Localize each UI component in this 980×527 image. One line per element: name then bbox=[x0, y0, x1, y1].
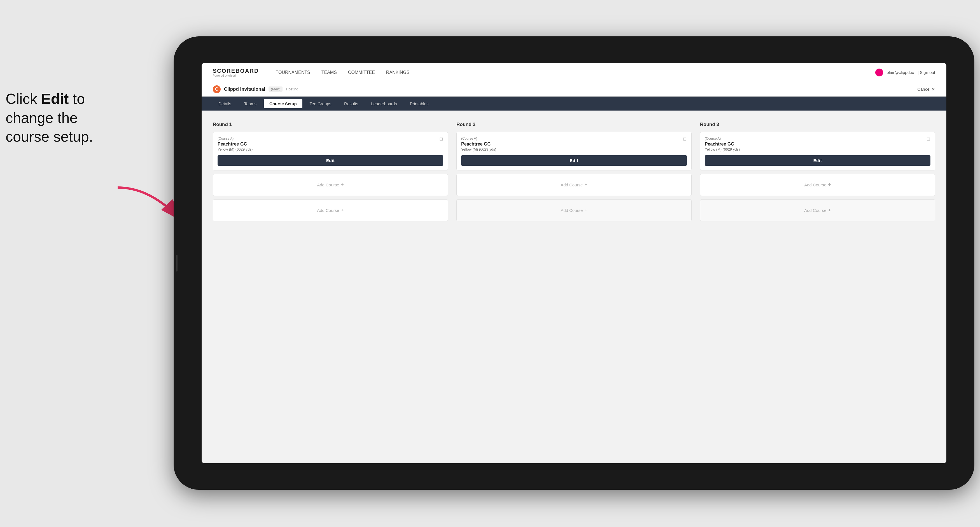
round-1-add-plus-1: + bbox=[341, 182, 344, 188]
instruction-line1: Click Edit tochange thecourse setup. bbox=[6, 90, 93, 145]
nav-committee[interactable]: COMMITTEE bbox=[348, 70, 375, 75]
round-3-title: Round 3 bbox=[700, 122, 935, 127]
round-3-add-course-2: Add Course + bbox=[700, 199, 935, 221]
tab-leaderboards[interactable]: Leaderboards bbox=[365, 99, 402, 108]
nav-rankings[interactable]: RANKINGS bbox=[386, 70, 410, 75]
nav-tournaments[interactable]: TOURNAMENTS bbox=[275, 70, 310, 75]
round-3-add-plus-2: + bbox=[828, 207, 831, 213]
round-1-edit-button[interactable]: Edit bbox=[218, 156, 443, 166]
round-1-delete-icon[interactable]: ⊡ bbox=[438, 135, 444, 142]
round-3-course-card: ⊡ (Course A) Peachtree GC Yellow (M) (66… bbox=[700, 132, 935, 170]
brand-name: SCOREBOARD bbox=[213, 68, 259, 74]
hosting-label: Hosting bbox=[286, 87, 298, 91]
round-2-delete-icon[interactable]: ⊡ bbox=[681, 135, 688, 142]
brand-powered: Powered by clippd bbox=[213, 74, 259, 77]
round-2-add-label-2: Add Course bbox=[560, 208, 583, 213]
round-2-title: Round 2 bbox=[457, 122, 692, 127]
round-2-course-label: (Course A) bbox=[461, 137, 687, 141]
instruction-bold: Edit bbox=[41, 90, 68, 107]
round-3-course-details: Yellow (M) (6629 yds) bbox=[705, 147, 931, 151]
round-3-column: Round 3 ⊡ (Course A) Peachtree GC Yellow… bbox=[700, 122, 935, 225]
instruction-text: Click Edit tochange thecourse setup. bbox=[6, 90, 112, 146]
round-2-add-course-2: Add Course + bbox=[457, 199, 692, 221]
round-3-add-label-2: Add Course bbox=[804, 208, 826, 213]
brand-logo: SCOREBOARD Powered by clippd bbox=[213, 68, 259, 77]
tab-results[interactable]: Results bbox=[339, 99, 364, 108]
round-3-edit-button[interactable]: Edit bbox=[705, 156, 931, 166]
round-3-add-course-1[interactable]: Add Course + bbox=[700, 174, 935, 196]
round-3-delete-icon[interactable]: ⊡ bbox=[925, 135, 932, 142]
sub-header: C Clippd Invitational (Men) Hosting Canc… bbox=[202, 82, 947, 97]
round-3-add-label-1: Add Course bbox=[804, 183, 826, 187]
top-navigation: SCOREBOARD Powered by clippd TOURNAMENTS… bbox=[202, 63, 947, 82]
nav-teams[interactable]: TEAMS bbox=[321, 70, 337, 75]
main-content: Round 1 ⊡ (Course A) Peachtree GC Yellow… bbox=[202, 111, 947, 463]
tab-printables[interactable]: Printables bbox=[404, 99, 434, 108]
round-2-add-label-1: Add Course bbox=[560, 183, 583, 187]
tab-tee-groups[interactable]: Tee Groups bbox=[304, 99, 337, 108]
round-1-course-details: Yellow (M) (6629 yds) bbox=[218, 147, 443, 151]
user-email: blair@clippd.io bbox=[886, 70, 914, 75]
gender-badge: (Men) bbox=[269, 86, 283, 92]
round-1-add-label-1: Add Course bbox=[317, 183, 339, 187]
sub-header-logo: C bbox=[213, 85, 221, 93]
round-2-add-plus-2: + bbox=[584, 207, 587, 213]
tab-details[interactable]: Details bbox=[213, 99, 237, 108]
rounds-container: Round 1 ⊡ (Course A) Peachtree GC Yellow… bbox=[213, 122, 935, 225]
user-avatar bbox=[875, 68, 883, 76]
tablet-device: SCOREBOARD Powered by clippd TOURNAMENTS… bbox=[173, 37, 974, 490]
round-2-course-details: Yellow (M) (6629 yds) bbox=[461, 147, 687, 151]
round-1-title: Round 1 bbox=[213, 122, 448, 127]
round-1-column: Round 1 ⊡ (Course A) Peachtree GC Yellow… bbox=[213, 122, 448, 225]
round-1-course-card: ⊡ (Course A) Peachtree GC Yellow (M) (66… bbox=[213, 132, 448, 170]
cancel-button[interactable]: Cancel ✕ bbox=[917, 87, 935, 92]
round-1-add-course-1[interactable]: Add Course + bbox=[213, 174, 448, 196]
sub-header-left: C Clippd Invitational (Men) Hosting bbox=[213, 85, 298, 93]
nav-items: TOURNAMENTS TEAMS COMMITTEE RANKINGS bbox=[275, 70, 875, 75]
round-1-add-course-2[interactable]: Add Course + bbox=[213, 199, 448, 221]
round-3-course-label: (Course A) bbox=[705, 137, 931, 141]
round-3-add-plus-1: + bbox=[828, 182, 831, 188]
nav-user-area: blair@clippd.io | Sign out bbox=[875, 68, 935, 76]
tab-course-setup[interactable]: Course Setup bbox=[264, 99, 302, 108]
round-2-add-course-1[interactable]: Add Course + bbox=[457, 174, 692, 196]
round-2-course-card: ⊡ (Course A) Peachtree GC Yellow (M) (66… bbox=[457, 132, 692, 170]
tablet-side-button bbox=[176, 255, 178, 271]
round-2-course-name: Peachtree GC bbox=[461, 141, 687, 147]
round-2-edit-button[interactable]: Edit bbox=[461, 156, 687, 166]
round-2-column: Round 2 ⊡ (Course A) Peachtree GC Yellow… bbox=[457, 122, 692, 225]
round-1-course-name: Peachtree GC bbox=[218, 141, 443, 147]
round-2-add-plus-1: + bbox=[584, 182, 587, 188]
tab-teams[interactable]: Teams bbox=[239, 99, 262, 108]
round-1-add-label-2: Add Course bbox=[317, 208, 339, 213]
tabs-bar: Details Teams Course Setup Tee Groups Re… bbox=[202, 97, 947, 111]
round-1-course-label: (Course A) bbox=[218, 137, 443, 141]
round-1-add-plus-2: + bbox=[341, 207, 344, 213]
round-3-course-name: Peachtree GC bbox=[705, 141, 931, 147]
tournament-title: Clippd Invitational bbox=[224, 86, 265, 92]
tablet-screen: SCOREBOARD Powered by clippd TOURNAMENTS… bbox=[202, 63, 947, 463]
sign-out-link[interactable]: | Sign out bbox=[918, 70, 935, 75]
